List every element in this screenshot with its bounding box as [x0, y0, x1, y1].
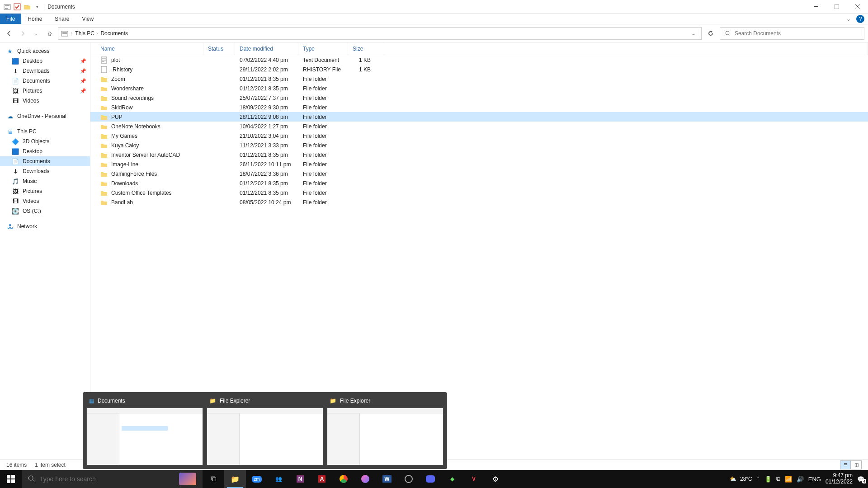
taskbar-search[interactable]	[22, 470, 203, 488]
sidebar-item-music[interactable]: 🎵Music	[0, 176, 90, 186]
file-row[interactable]: Custom Office Templates01/12/2021 8:35 p…	[90, 188, 868, 197]
preview-documents[interactable]: ▦Documents	[86, 396, 203, 465]
sidebar-network[interactable]: 🖧 Network	[0, 221, 90, 231]
sidebar-item-documents[interactable]: 📄Documents	[0, 156, 90, 166]
ribbon-tab-home[interactable]: Home	[21, 14, 48, 24]
details-view-button[interactable]: ☰	[840, 460, 851, 469]
nav-forward-button[interactable]	[17, 28, 28, 39]
nav-back-button[interactable]	[4, 28, 14, 39]
file-row[interactable]: SkidRow18/09/2022 9:30 pmFile folder	[90, 103, 868, 112]
sidebar-item-desktop[interactable]: 🟦Desktop	[0, 146, 90, 156]
qat-folder-icon[interactable]	[24, 3, 31, 10]
tray-clock[interactable]: 9:47 pm 01/12/2022	[826, 473, 853, 485]
taskbar-app-teams[interactable]: 👥	[268, 470, 289, 488]
taskbar-app-obs[interactable]	[398, 470, 420, 488]
taskbar-app-settings[interactable]: ⚙	[485, 470, 506, 488]
sidebar-onedrive[interactable]: ☁ OneDrive - Personal	[0, 111, 90, 121]
sidebar-item-downloads[interactable]: ⬇Downloads	[0, 166, 90, 176]
taskbar-app-messenger[interactable]	[354, 470, 376, 488]
navigation-pane[interactable]: ★ Quick access 🟦Desktop📌⬇Downloads📌📄Docu…	[0, 42, 90, 459]
ribbon-expand-icon[interactable]: ⌄	[843, 16, 854, 22]
sidebar-item-pictures[interactable]: 🖼Pictures	[0, 186, 90, 196]
tray-overflow-icon[interactable]: ˄	[757, 476, 760, 483]
col-date[interactable]: Date modified	[235, 42, 298, 55]
file-row[interactable]: .Rhistory29/11/2022 2:02 pmRHISTORY File…	[90, 65, 868, 74]
sidebar-item-videos[interactable]: 🎞Videos	[0, 196, 90, 206]
maximize-button[interactable]	[826, 0, 847, 14]
nav-up-button[interactable]	[44, 28, 55, 39]
file-row[interactable]: BandLab08/05/2022 10:24 pmFile folder	[90, 197, 868, 207]
tray-battery-icon[interactable]: 🔋	[764, 476, 772, 483]
search-input[interactable]	[735, 30, 859, 37]
search-box[interactable]	[720, 27, 864, 40]
taskbar-search-input[interactable]	[40, 475, 175, 483]
weather-widget[interactable]: ⛅28°C	[730, 476, 752, 482]
file-row[interactable]: GamingForce Files18/07/2022 3:36 pmFile …	[90, 169, 868, 178]
tray-onedrive-icon[interactable]: ⧉	[776, 475, 780, 483]
ribbon-tab-share[interactable]: Share	[48, 14, 75, 24]
preview-folder-icon: ▦	[89, 398, 94, 404]
ribbon-tab-file[interactable]: File	[0, 14, 21, 24]
file-row[interactable]: Downloads01/12/2021 8:35 pmFile folder	[90, 178, 868, 188]
taskbar-app-autocad[interactable]: A	[311, 470, 333, 488]
address-dropdown-icon[interactable]: ⌄	[689, 30, 698, 37]
sidebar-item-desktop[interactable]: 🟦Desktop📌	[0, 56, 90, 66]
nav-recent-dropdown[interactable]: ⌄	[31, 28, 42, 39]
tray-wifi-icon[interactable]: 📶	[785, 476, 792, 483]
file-row[interactable]: Sound recordings25/07/2022 7:37 pmFile f…	[90, 93, 868, 103]
minimize-button[interactable]	[806, 0, 826, 14]
action-center-button[interactable]: 💬4	[857, 476, 864, 483]
close-button[interactable]	[847, 0, 868, 14]
tray-volume-icon[interactable]: 🔊	[797, 476, 804, 483]
file-row[interactable]: Inventor Server for AutoCAD01/12/2021 8:…	[90, 150, 868, 160]
taskbar-app-valorant[interactable]: V	[463, 470, 485, 488]
breadcrumb-this-pc[interactable]: This PC›	[75, 30, 98, 37]
task-view-button[interactable]: ⧉	[203, 470, 224, 488]
taskbar-app-genymotion[interactable]: ◆	[441, 470, 463, 488]
taskbar[interactable]: ⧉ 📁 zm 👥 N A W ◆ V ⚙ ⛅28°C ˄ 🔋 ⧉ 📶 🔊 ENG…	[0, 470, 868, 488]
file-row[interactable]: Kuya Caloy11/12/2021 3:33 pmFile folder	[90, 141, 868, 150]
taskbar-app-onenote[interactable]: N	[289, 470, 311, 488]
taskbar-app-chrome[interactable]	[333, 470, 354, 488]
sidebar-this-pc[interactable]: 🖥 This PC	[0, 127, 90, 136]
col-type[interactable]: Type	[298, 42, 348, 55]
file-row[interactable]: plot07/02/2022 4:40 pmText Document1 KB	[90, 55, 868, 65]
preview-file-explorer-1[interactable]: 📁File Explorer	[207, 396, 323, 465]
file-row[interactable]: PUP28/11/2022 9:08 pmFile folder	[90, 112, 868, 122]
sidebar-quick-access[interactable]: ★ Quick access	[0, 46, 90, 56]
sidebar-item-downloads[interactable]: ⬇Downloads📌	[0, 66, 90, 76]
sidebar-item-os-c-[interactable]: 💽OS (C:)	[0, 206, 90, 216]
breadcrumb-documents[interactable]: Documents	[100, 30, 128, 37]
preview-file-explorer-2[interactable]: 📁File Explorer	[327, 396, 443, 465]
taskbar-app-explorer[interactable]: 📁	[224, 470, 246, 488]
taskbar-app-word[interactable]: W	[376, 470, 398, 488]
taskbar-window-previews[interactable]: ▦Documents 📁File Explorer 📁File Explorer	[83, 392, 447, 469]
refresh-button[interactable]	[704, 27, 717, 40]
file-row[interactable]: My Games21/10/2022 3:04 pmFile folder	[90, 131, 868, 141]
file-row[interactable]: Wondershare01/12/2021 8:35 pmFile folder	[90, 84, 868, 93]
column-headers[interactable]: Name Status Date modified Type Size	[90, 42, 868, 55]
qat-dropdown-icon[interactable]: ▾	[33, 3, 41, 10]
taskbar-app-zoom[interactable]: zm	[246, 470, 268, 488]
col-status[interactable]: Status	[203, 42, 235, 55]
file-name: Zoom	[111, 76, 125, 82]
qat-save-icon[interactable]	[14, 3, 21, 10]
file-date: 01/12/2021 8:35 pm	[235, 85, 298, 92]
help-button[interactable]: ?	[856, 15, 864, 23]
start-button[interactable]	[0, 470, 22, 488]
sidebar-item-pictures[interactable]: 🖼Pictures📌	[0, 86, 90, 96]
sidebar-item-documents[interactable]: 📄Documents📌	[0, 76, 90, 86]
tray-language[interactable]: ENG	[808, 476, 821, 483]
ribbon-tab-view[interactable]: View	[75, 14, 100, 24]
taskbar-app-discord[interactable]	[420, 470, 441, 488]
sidebar-item-3d-objects[interactable]: 🔷3D Objects	[0, 136, 90, 146]
icons-view-button[interactable]: ◫	[851, 460, 862, 469]
file-row[interactable]: Zoom01/12/2021 8:35 pmFile folder	[90, 74, 868, 84]
address-bar[interactable]: › This PC› Documents ⌄	[58, 27, 702, 40]
col-size[interactable]: Size	[348, 42, 384, 55]
col-name[interactable]: Name	[90, 42, 203, 55]
file-size: 1 KB	[348, 66, 384, 73]
sidebar-item-videos[interactable]: 🎞Videos	[0, 96, 90, 106]
file-row[interactable]: Image-Line26/11/2022 10:11 pmFile folder	[90, 160, 868, 169]
file-row[interactable]: OneNote Notebooks10/04/2022 1:27 pmFile …	[90, 122, 868, 131]
